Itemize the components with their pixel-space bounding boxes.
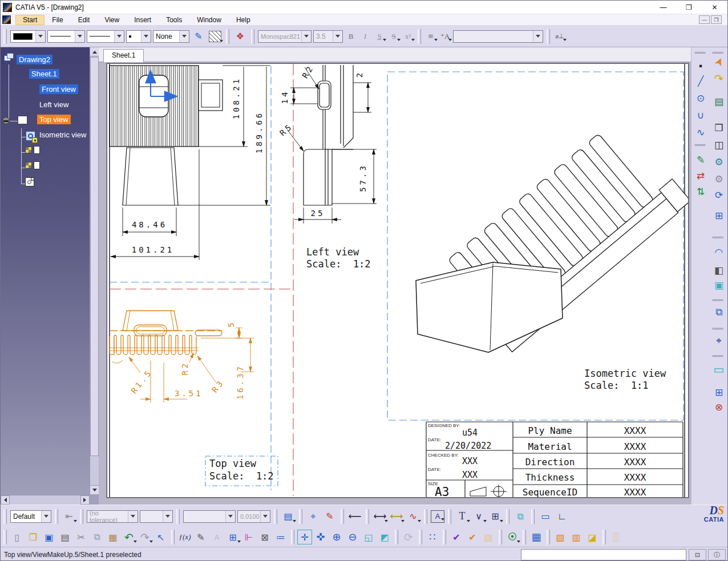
rad-r5[interactable]: R5 — [278, 121, 294, 138]
print-icon[interactable]: ▤ — [58, 530, 72, 544]
text-with-leader-icon[interactable]: ⌖ — [711, 334, 727, 348]
zoom-in-icon[interactable]: ⊕ — [329, 530, 344, 544]
grid-icon[interactable]: ▦ — [529, 530, 544, 544]
whats-this-icon[interactable]: ↖ — [153, 530, 168, 544]
circle-icon[interactable]: ⊙ — [693, 91, 709, 105]
menu-edit[interactable]: Edit — [71, 15, 98, 25]
command-input[interactable] — [521, 549, 686, 560]
formula-icon[interactable]: ƒ(x) — [177, 530, 192, 544]
rad-r3[interactable]: R3 — [210, 377, 226, 394]
justify-icon[interactable]: ≡ — [424, 30, 437, 43]
point-type-select[interactable] — [126, 30, 151, 43]
3d-layers-icon[interactable]: ⧉ — [513, 509, 528, 524]
dim-2[interactable]: 2 — [355, 71, 364, 78]
superscript-button[interactable]: x² — [402, 30, 414, 43]
insert-symbol-icon[interactable]: ø⊥ — [553, 30, 566, 43]
toolbar-grip[interactable] — [523, 530, 526, 544]
attribute-select[interactable] — [453, 30, 543, 43]
toolbar-grip[interactable] — [3, 530, 7, 544]
tree-item-isometric-view[interactable]: Isometric view — [37, 130, 88, 140]
text-disabled-icon[interactable]: A — [209, 530, 224, 544]
scroll-down-button[interactable] — [90, 485, 99, 494]
dim-3-51[interactable]: 3.51 — [175, 389, 203, 398]
font-select[interactable]: Monospac821 — [258, 30, 312, 43]
point-icon[interactable]: ▪ — [693, 59, 709, 74]
workbench-icon[interactable] — [2, 15, 11, 24]
cumulated-dimension-icon[interactable]: ⟷ — [389, 509, 404, 524]
fit-all-in-icon[interactable]: ✛ — [297, 530, 312, 544]
size-value[interactable]: A3 — [435, 485, 449, 497]
profile-icon[interactable]: ∪ — [693, 108, 709, 123]
frame-creation-icon[interactable]: ▧ — [553, 530, 568, 544]
dimension-check-icon[interactable]: ✔ — [449, 530, 464, 544]
toolbar-grip[interactable] — [547, 29, 550, 44]
toolbar-grip[interactable] — [341, 509, 344, 524]
num-format-select[interactable] — [183, 510, 236, 523]
tree-item-left-view[interactable]: Left view — [37, 100, 71, 109]
minimize-button[interactable]: — — [650, 1, 676, 14]
designed-by-value[interactable]: u54 — [462, 428, 478, 438]
frame-icon[interactable]: ▭ — [711, 362, 727, 377]
toolbar-grip[interactable] — [3, 509, 7, 524]
graphic-pen-icon[interactable]: ✎ — [693, 152, 709, 167]
mdi-restore-button[interactable]: ❐ — [711, 15, 722, 24]
dim-25[interactable]: 25 — [311, 209, 325, 218]
insert-table-icon[interactable]: ⊞ — [488, 509, 503, 524]
toolbar-grip[interactable] — [55, 509, 58, 524]
scale-box-icon[interactable]: ▣ — [711, 278, 727, 292]
isometric-view-title[interactable]: Isometric view — [584, 368, 666, 379]
toolbar-grip[interactable] — [3, 29, 7, 44]
annotation-check-icon[interactable]: ✔ — [465, 530, 480, 544]
tb-row-label[interactable]: Ply Name — [528, 425, 572, 436]
graphic-painter-icon[interactable]: ❖ — [233, 29, 248, 44]
paintbrush-icon[interactable]: ✎ — [191, 29, 206, 44]
menu-help[interactable]: Help — [229, 15, 258, 25]
font-size-select[interactable]: 3.5 — [313, 30, 343, 43]
tree-item-sheet[interactable]: Sheet.1 — [29, 69, 59, 79]
date-value-1[interactable]: 2/20/2022 — [445, 441, 491, 451]
toolbar-grip[interactable] — [176, 509, 180, 524]
tree-item-top-view[interactable]: Top view — [37, 115, 71, 124]
mdi-minimize-button[interactable]: — — [699, 15, 710, 24]
rotate-disabled-icon[interactable]: ⟳ — [401, 530, 416, 544]
menu-insert[interactable]: Insert — [127, 15, 159, 25]
drawing-icon[interactable] — [4, 53, 14, 62]
style-select[interactable]: Default — [10, 510, 51, 523]
traffic-light-icon[interactable]: ⦿ — [505, 530, 520, 544]
toolbar-grip[interactable] — [274, 509, 277, 524]
insert-attribute-icon[interactable]: ⁺A — [439, 30, 451, 43]
table-icon[interactable]: ⊞ — [711, 385, 727, 400]
section-view-icon[interactable]: ◫ — [711, 137, 727, 152]
ruler-icon[interactable]: ▭ — [538, 509, 553, 524]
info-button[interactable]: ⓘ — [708, 549, 726, 560]
menu-window[interactable]: Window — [189, 15, 229, 25]
tb-row-value[interactable]: XXXX — [624, 425, 646, 436]
dimension-icon[interactable]: ⟷ — [373, 509, 387, 524]
zoom-out-icon[interactable]: ⊖ — [345, 530, 360, 544]
top-view-title[interactable]: Top view — [209, 458, 257, 469]
render-style-select[interactable]: None — [153, 30, 189, 43]
tb-row-value[interactable]: XXXX — [624, 457, 646, 467]
snap-to-grid-icon[interactable]: ∷ — [425, 530, 440, 544]
balloon-generation-icon[interactable]: ▥ — [569, 530, 584, 544]
dim-108-21[interactable]: 108.21 — [232, 77, 241, 120]
rotate-view-icon[interactable]: ↷ — [711, 71, 727, 86]
toolbar-handle[interactable] — [712, 299, 723, 301]
cut-icon[interactable]: ✂ — [74, 530, 88, 544]
toolbar-grip[interactable] — [499, 530, 502, 544]
faded-tool-icon[interactable]: ▨ — [481, 530, 496, 544]
menu-view[interactable]: View — [97, 15, 127, 25]
tolerance-type-select[interactable]: (no tolerance) — [87, 510, 138, 523]
text-box-icon[interactable]: A — [431, 510, 444, 523]
tree-item-front-view[interactable]: Front view — [39, 84, 78, 94]
redo-icon[interactable]: ↷ — [137, 530, 152, 544]
faded-tool2-icon[interactable]: ▒ — [609, 530, 624, 544]
toolbar-grip[interactable] — [418, 29, 421, 44]
hatch-pattern-icon[interactable] — [208, 29, 223, 44]
toolbar-handle[interactable] — [694, 144, 706, 146]
flag-note-icon[interactable]: ∨ — [471, 509, 486, 524]
toolbar-handle[interactable] — [712, 237, 723, 238]
menu-file[interactable]: File — [45, 15, 70, 25]
gear-ghost-icon[interactable]: ⚙ — [711, 172, 727, 186]
scroll-left-button[interactable] — [1, 495, 10, 505]
